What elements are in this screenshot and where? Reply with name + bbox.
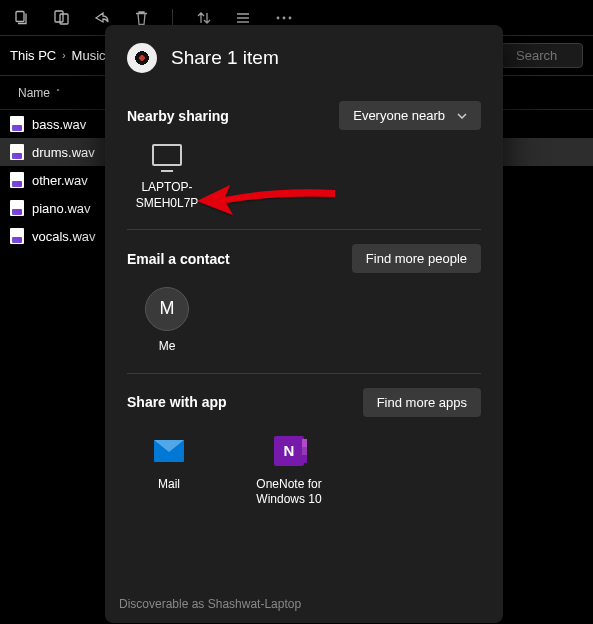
app-label: Mail	[158, 477, 180, 493]
nearby-device[interactable]: LAPTOP-SMEH0L7P	[127, 144, 207, 211]
breadcrumb[interactable]: This PC › Music ›	[10, 48, 115, 63]
monitor-icon	[152, 144, 182, 166]
share-panel-header: Share 1 item	[105, 25, 503, 87]
file-name: drums.wav	[32, 145, 95, 160]
sort-indicator-icon: ˄	[56, 88, 60, 97]
app-label: OneNote for Windows 10	[247, 477, 331, 508]
file-name: bass.wav	[32, 117, 86, 132]
file-name: piano.wav	[32, 201, 91, 216]
column-name[interactable]: Name	[18, 86, 50, 100]
copy-icon[interactable]	[12, 9, 30, 27]
svg-point-3	[277, 16, 280, 19]
email-heading: Email a contact	[127, 251, 230, 267]
file-name: vocals.wav	[32, 229, 96, 244]
breadcrumb-folder[interactable]: Music	[72, 48, 106, 63]
share-footer: Discoverable as Shashwat-Laptop	[105, 587, 503, 623]
share-panel-title: Share 1 item	[171, 47, 279, 69]
separator	[172, 9, 173, 27]
find-more-people-button[interactable]: Find more people	[352, 244, 481, 273]
svg-point-5	[289, 16, 292, 19]
contact-label: Me	[159, 339, 176, 355]
more-icon[interactable]	[275, 9, 293, 27]
share-with-app-section: Share with app Find more apps Mail N One…	[127, 374, 481, 526]
audio-file-icon	[10, 228, 24, 244]
apps-heading: Share with app	[127, 394, 227, 410]
dropdown-label: Everyone nearb	[353, 108, 445, 123]
share-item-icon	[127, 43, 157, 73]
nearby-scope-dropdown[interactable]: Everyone nearb	[339, 101, 481, 130]
svg-rect-1	[55, 11, 63, 22]
mail-icon	[154, 440, 184, 462]
search-box[interactable]	[501, 43, 583, 68]
email-contact-section: Email a contact Find more people M Me	[127, 230, 481, 373]
nearby-heading: Nearby sharing	[127, 108, 229, 124]
audio-file-icon	[10, 172, 24, 188]
sort-icon[interactable]	[195, 9, 213, 27]
audio-file-icon	[10, 200, 24, 216]
audio-file-icon	[10, 116, 24, 132]
app-tile-mail[interactable]: Mail	[127, 435, 211, 508]
search-input[interactable]	[516, 48, 576, 63]
view-icon[interactable]	[235, 9, 253, 27]
svg-rect-0	[16, 11, 24, 21]
svg-point-4	[283, 16, 286, 19]
chevron-right-icon: ›	[62, 50, 65, 61]
share-panel: Share 1 item Nearby sharing Everyone nea…	[105, 25, 503, 623]
onenote-icon: N	[274, 436, 304, 466]
app-tile-onenote[interactable]: N OneNote for Windows 10	[247, 435, 331, 508]
paste-icon[interactable]	[52, 9, 70, 27]
nearby-sharing-section: Nearby sharing Everyone nearb LAPTOP-SME…	[127, 87, 481, 229]
find-more-apps-button[interactable]: Find more apps	[363, 388, 481, 417]
audio-file-icon	[10, 144, 24, 160]
device-name: LAPTOP-SMEH0L7P	[127, 180, 207, 211]
chevron-down-icon	[457, 113, 467, 119]
breadcrumb-root[interactable]: This PC	[10, 48, 56, 63]
file-name: other.wav	[32, 173, 88, 188]
share-icon[interactable]	[92, 9, 110, 27]
avatar: M	[145, 287, 189, 331]
contact-item[interactable]: M Me	[127, 287, 207, 355]
delete-icon[interactable]	[132, 9, 150, 27]
